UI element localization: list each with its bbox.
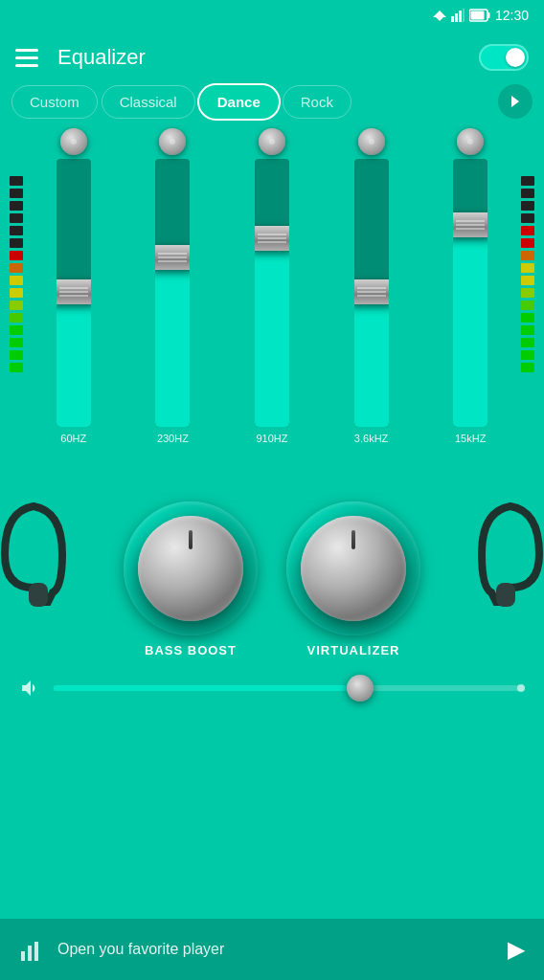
slider-fill-230HZ <box>155 245 190 427</box>
vu-bar <box>521 363 534 372</box>
bass-boost-knob-container: BASS BOOST <box>124 501 258 657</box>
virtualizer-indicator <box>351 530 355 549</box>
play-button[interactable]: ▶ <box>508 936 525 963</box>
slider-track-3.6kHZ[interactable] <box>354 159 389 427</box>
volume-max-dot <box>517 684 525 692</box>
vu-bar <box>10 238 23 248</box>
vu-bar <box>10 226 23 235</box>
slider-column-910HZ: 910HZ <box>225 128 319 444</box>
slider-top-knob-910HZ[interactable] <box>259 128 285 155</box>
svg-marker-8 <box>511 96 519 107</box>
vu-bar <box>521 238 534 248</box>
vu-bar <box>521 201 534 211</box>
virtualizer-knob-container: VIRTUALIZER <box>286 501 420 657</box>
menu-button[interactable] <box>15 49 38 67</box>
slider-handle-230HZ[interactable] <box>155 245 190 270</box>
svg-rect-3 <box>459 11 462 22</box>
slider-label-910HZ: 910HZ <box>256 433 287 444</box>
vu-bar <box>10 338 23 347</box>
slider-handle-15kHZ[interactable] <box>453 212 487 237</box>
virtualizer-knob-ring[interactable] <box>286 501 420 635</box>
vu-meter-left <box>10 176 23 372</box>
volume-fill <box>54 685 360 691</box>
vu-bar <box>521 313 534 323</box>
slider-handle-910HZ[interactable] <box>255 226 289 251</box>
vu-bar <box>521 189 534 198</box>
svg-marker-0 <box>433 11 446 21</box>
bass-boost-label: BASS BOOST <box>145 643 237 657</box>
knobs-section: BASS BOOST VIRTUALIZER <box>0 492 544 667</box>
status-time: 12:30 <box>495 8 529 23</box>
slider-track-910HZ[interactable] <box>255 159 289 427</box>
vu-bar <box>521 213 534 223</box>
vu-bar <box>10 350 23 360</box>
vu-bar <box>10 263 23 273</box>
svg-rect-2 <box>455 13 458 22</box>
vu-bar <box>521 288 534 298</box>
volume-thumb[interactable] <box>347 675 374 702</box>
slider-top-knob-60HZ[interactable] <box>60 128 87 155</box>
slider-handle-3.6kHZ[interactable] <box>354 279 389 304</box>
slider-track-60HZ[interactable] <box>57 159 91 427</box>
slider-top-knob-15kHZ[interactable] <box>457 128 484 155</box>
virtualizer-label: VIRTUALIZER <box>307 643 400 657</box>
vu-bar <box>10 325 23 335</box>
tab-dance[interactable]: Dance <box>199 85 279 119</box>
equalizer-toggle[interactable] <box>479 44 529 71</box>
bass-boost-knob-ring[interactable] <box>124 501 258 635</box>
vu-bar <box>10 313 23 323</box>
vu-bar <box>521 276 534 285</box>
vu-bar <box>521 325 534 335</box>
vu-bar <box>521 301 534 310</box>
svg-rect-6 <box>487 12 489 18</box>
volume-icon <box>19 677 42 700</box>
tab-classical[interactable]: Classical <box>102 85 195 119</box>
vu-bar <box>10 301 23 310</box>
slider-label-60HZ: 60HZ <box>60 433 86 444</box>
slider-track-230HZ[interactable] <box>155 159 190 427</box>
vu-meter-right <box>521 176 534 372</box>
tab-more-button[interactable] <box>498 84 533 119</box>
vu-bar <box>10 363 23 372</box>
equalizer-section: 60HZ230HZ910HZ3.6kHZ15kHZ <box>0 128 544 492</box>
vu-bar <box>10 201 23 211</box>
tab-custom[interactable]: Custom <box>11 85 98 119</box>
vu-bar <box>10 276 23 285</box>
slider-handle-60HZ[interactable] <box>57 279 91 304</box>
svg-rect-13 <box>34 942 38 961</box>
svg-rect-12 <box>28 946 32 961</box>
virtualizer-knob[interactable] <box>301 516 406 621</box>
player-eq-icon <box>19 938 42 961</box>
vu-bar <box>521 226 534 235</box>
signal-icon <box>451 9 465 22</box>
slider-column-230HZ: 230HZ <box>126 128 220 444</box>
slider-fill-910HZ <box>255 226 289 427</box>
tab-rock[interactable]: Rock <box>283 85 351 119</box>
volume-track[interactable] <box>54 685 525 691</box>
svg-rect-10 <box>496 583 515 607</box>
slider-column-60HZ: 60HZ <box>27 128 121 444</box>
slider-top-knob-3.6kHZ[interactable] <box>358 128 385 155</box>
slider-top-knob-230HZ[interactable] <box>159 128 186 155</box>
slider-label-230HZ: 230HZ <box>157 433 189 444</box>
sliders-area: 60HZ230HZ910HZ3.6kHZ15kHZ <box>27 128 517 444</box>
vu-bar <box>521 263 534 273</box>
bottom-player: Open you favorite player ▶ <box>0 919 544 980</box>
vu-bar <box>10 288 23 298</box>
bass-boost-knob[interactable] <box>138 516 243 621</box>
battery-icon <box>469 9 490 22</box>
vu-bar <box>521 350 534 360</box>
slider-column-3.6kHZ: 3.6kHZ <box>325 128 419 444</box>
svg-rect-4 <box>463 9 465 22</box>
vu-bar <box>521 251 534 260</box>
svg-rect-11 <box>21 951 25 961</box>
slider-track-15kHZ[interactable] <box>453 159 487 427</box>
svg-rect-9 <box>29 583 48 607</box>
status-icons: 12:30 <box>433 8 529 23</box>
vu-bar <box>10 189 23 198</box>
slider-label-3.6kHZ: 3.6kHZ <box>354 433 388 444</box>
vu-bar <box>521 176 534 186</box>
headphone-right-icon <box>477 492 544 607</box>
volume-section <box>0 667 544 709</box>
vu-bar <box>10 176 23 186</box>
